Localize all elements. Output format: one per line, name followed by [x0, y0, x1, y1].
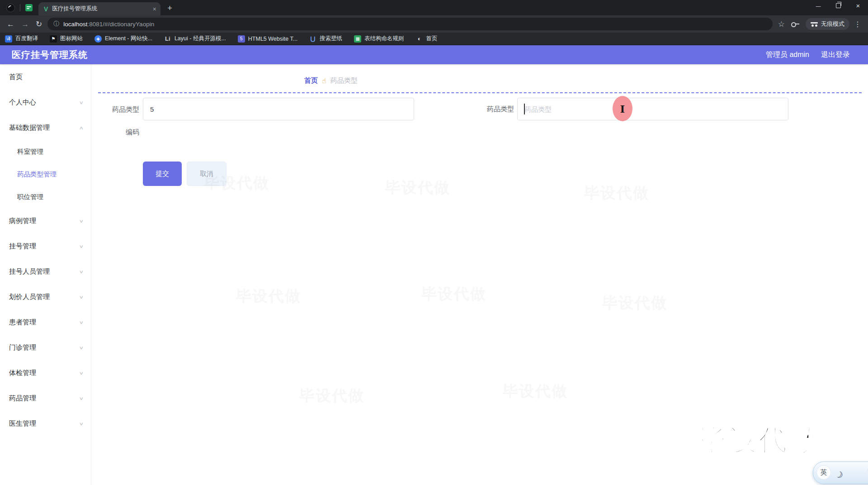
breadcrumb: 首页 ☝ 药品类型: [304, 76, 358, 85]
ime-status-bar[interactable]: 英 ☾: [813, 461, 868, 484]
bookmark-label: Element - 网站快...: [105, 35, 152, 43]
url-path: :8081/#/dictionaryYaopin: [88, 21, 155, 28]
type-field-label: 药品类型: [484, 98, 514, 120]
chevron-icon: ∨: [79, 100, 84, 105]
bookmark-label: 表结构命名规则: [364, 35, 404, 43]
ghost-watermark: 毕设代做: [204, 173, 269, 194]
ghost-watermark: 毕设代做: [421, 284, 486, 304]
chevron-icon: ∨: [79, 421, 84, 426]
sidebar-item[interactable]: 个人中心 ∨: [0, 90, 91, 115]
screen: V 医疗挂号管理系统 × + — × ← → ↻ ⓘ localhost :80…: [0, 0, 868, 485]
sidebar-item[interactable]: 挂号管理 ∨: [0, 233, 91, 259]
browser-logo-icon[interactable]: [6, 4, 15, 12]
bookmark-favicon: ⚑: [50, 35, 57, 43]
sidebar-item[interactable]: 医生管理 ∨: [0, 411, 91, 436]
bookmark-item[interactable]: ⚑ 图标网站: [50, 35, 83, 43]
dashed-divider: [98, 92, 862, 93]
sidebar-item-label: 挂号人员管理: [9, 267, 50, 276]
ibeam-cursor-icon: I: [620, 103, 625, 115]
pointer-hand-icon: ☝: [322, 77, 326, 85]
forward-icon[interactable]: →: [21, 20, 29, 28]
reload-icon[interactable]: ↻: [36, 20, 42, 28]
ghost-watermark: 毕设代做: [385, 177, 450, 198]
bookmark-favicon: 5: [238, 35, 245, 43]
chevron-icon: ∨: [79, 219, 84, 223]
browser-menu-icon[interactable]: ⋮: [854, 20, 862, 29]
sidebar-item-label: 门诊管理: [9, 343, 36, 352]
sidebar-item[interactable]: 药品类型管理: [0, 163, 91, 185]
bookmark-item[interactable]: 译 百度翻译: [5, 35, 38, 43]
password-key-icon[interactable]: [791, 22, 799, 26]
bookmark-item[interactable]: ◐ 首页: [416, 35, 438, 43]
sidebar-item[interactable]: 病例管理 ∨: [0, 208, 91, 233]
sidebar-item[interactable]: 划价人员管理 ∨: [0, 284, 91, 309]
sidebar-item[interactable]: 患者管理 ∨: [0, 309, 91, 335]
breadcrumb-home-link[interactable]: 首页: [304, 76, 318, 85]
bookmark-item[interactable]: 5 HTML5 Website T...: [238, 35, 297, 43]
bookmark-favicon: ▦: [354, 35, 361, 43]
bookmarks-bar: 译 百度翻译 ⚑ 图标网站 ◈ Element - 网站快... Li Layu…: [0, 33, 868, 45]
submit-button[interactable]: 提交: [143, 162, 182, 186]
sidebar-item-label: 患者管理: [9, 318, 36, 327]
sidebar-item[interactable]: 科室管理: [0, 140, 91, 163]
watermark-text: 毕设代做: [698, 421, 819, 460]
logout-link[interactable]: 退出登录: [821, 50, 850, 60]
sidebar-item-label: 药品管理: [9, 394, 36, 403]
chevron-icon: ∨: [79, 320, 84, 325]
site-info-icon[interactable]: ⓘ: [53, 20, 59, 28]
sidebar-item[interactable]: 首页: [0, 64, 91, 90]
moon-icon: ☾: [834, 469, 844, 480]
type-field-input[interactable]: [517, 98, 788, 120]
minimize-button[interactable]: —: [808, 0, 828, 11]
sidebar-item[interactable]: 基础数据管理 ∧: [0, 115, 91, 140]
ghost-watermark: 毕设代做: [299, 385, 364, 406]
bookmark-label: 百度翻译: [15, 35, 38, 43]
bookmark-favicon: Li: [164, 35, 171, 43]
bookmark-item[interactable]: ▦ 表结构命名规则: [354, 35, 404, 43]
close-window-button[interactable]: ×: [848, 0, 868, 11]
pinned-tab-icon[interactable]: [25, 4, 33, 11]
bookmark-label: Layui - 经典开源模...: [175, 35, 226, 43]
bookmark-favicon: 译: [5, 35, 12, 43]
tab-close-icon[interactable]: ×: [153, 5, 156, 13]
ghost-watermark: 毕设代做: [236, 286, 301, 307]
back-icon[interactable]: ←: [7, 20, 14, 28]
sidebar-item[interactable]: 挂号人员管理 ∨: [0, 259, 91, 284]
sidebar-item[interactable]: 职位管理: [0, 185, 91, 208]
sidebar-item-label: 挂号管理: [9, 242, 36, 251]
bookmark-item[interactable]: ⋃ 搜索壁纸: [309, 35, 342, 43]
chevron-icon: ∨: [79, 396, 84, 401]
sidebar-item[interactable]: 门诊管理 ∨: [0, 335, 91, 360]
cursor-highlight: I: [613, 96, 632, 121]
bookmark-label: 搜索壁纸: [320, 35, 342, 43]
bookmark-favicon: ⋃: [309, 35, 316, 43]
browser-tab[interactable]: V 医疗挂号管理系统 ×: [38, 2, 160, 15]
sidebar-item-label: 职位管理: [17, 193, 43, 201]
pinned-icon-line: [27, 8, 29, 9]
vue-logo-icon: V: [44, 5, 48, 13]
sidebar-item-label: 个人中心: [9, 98, 36, 107]
url-host: localhost: [63, 21, 87, 28]
bookmark-star-icon[interactable]: ☆: [778, 19, 785, 29]
ghost-watermark: 毕设代做: [503, 381, 568, 402]
pinned-icon-line: [27, 6, 31, 7]
sidebar-item[interactable]: 体检管理 ∨: [0, 360, 91, 385]
bookmark-item[interactable]: Li Layui - 经典开源模...: [164, 35, 226, 43]
bookmark-item[interactable]: ◈ Element - 网站快...: [94, 35, 152, 43]
bookmark-label: 首页: [426, 35, 438, 43]
address-bar[interactable]: ⓘ localhost :8081/#/dictionaryYaopin: [47, 18, 773, 30]
sidebar-item-label: 体检管理: [9, 369, 36, 377]
code-field-input[interactable]: [143, 98, 414, 120]
app-title: 医疗挂号管理系统: [12, 49, 88, 61]
sidebar: 首页 个人中心 ∨ 基础数据管理 ∧ 科室管理: [0, 64, 91, 485]
new-tab-button[interactable]: +: [167, 4, 172, 12]
bookmark-favicon: ◐: [416, 35, 423, 43]
bookmark-label: HTML5 Website T...: [248, 36, 297, 42]
restore-button[interactable]: [828, 0, 848, 11]
sidebar-item-label: 科室管理: [17, 147, 43, 156]
sidebar-item[interactable]: 药品管理 ∨: [0, 385, 91, 411]
sidebar-item-label: 药品类型管理: [17, 170, 57, 179]
incognito-icon: [811, 22, 818, 27]
tab-title: 医疗挂号管理系统: [52, 5, 150, 13]
header-right: 管理员 admin 退出登录: [766, 50, 850, 60]
